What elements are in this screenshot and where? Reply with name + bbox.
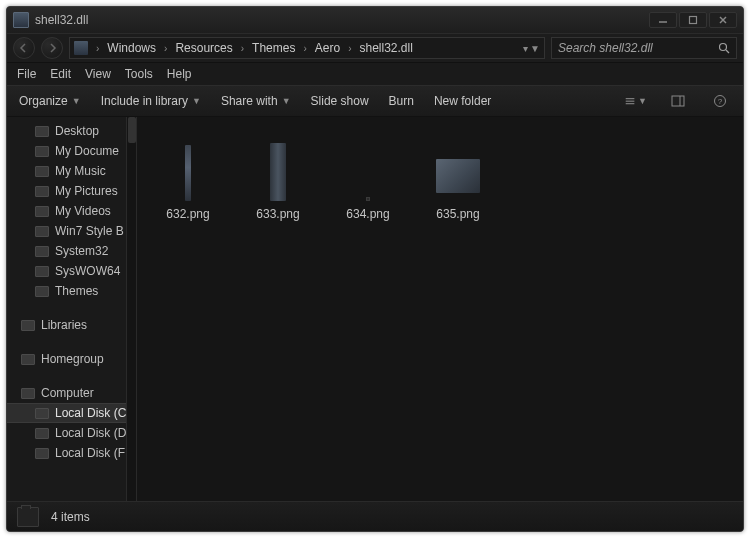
svg-rect-7 bbox=[626, 101, 635, 102]
breadcrumb-segment[interactable]: Resources bbox=[173, 41, 234, 55]
app-icon bbox=[13, 12, 29, 28]
breadcrumb[interactable]: › Windows › Resources › Themes › Aero › … bbox=[69, 37, 545, 59]
chevron-right-icon[interactable]: › bbox=[160, 43, 171, 54]
change-view-button[interactable]: ▼ bbox=[625, 92, 647, 110]
burn-label: Burn bbox=[389, 94, 414, 108]
sidebar-item-documents[interactable]: My Docume bbox=[7, 141, 126, 161]
file-name: 634.png bbox=[346, 207, 389, 221]
svg-rect-9 bbox=[672, 96, 684, 106]
favorites-group: Desktop My Docume My Music My Pictures M… bbox=[7, 117, 126, 301]
item-count: 4 items bbox=[51, 510, 90, 524]
menu-edit[interactable]: Edit bbox=[50, 67, 71, 81]
svg-rect-8 bbox=[626, 103, 635, 104]
help-button[interactable]: ? bbox=[709, 92, 731, 110]
menu-tools[interactable]: Tools bbox=[125, 67, 153, 81]
sidebar-item-computer[interactable]: Computer bbox=[7, 383, 126, 403]
file-item[interactable]: 632.png bbox=[143, 127, 233, 221]
sidebar-item-local-disk-f[interactable]: Local Disk (F bbox=[7, 443, 126, 463]
breadcrumb-segment[interactable]: Themes bbox=[250, 41, 297, 55]
sidebar-item-local-disk-d[interactable]: Local Disk (D bbox=[7, 423, 126, 443]
svg-text:?: ? bbox=[718, 97, 723, 106]
folder-icon bbox=[35, 206, 49, 217]
body: Desktop My Docume My Music My Pictures M… bbox=[7, 117, 743, 501]
sidebar-item-label: Homegroup bbox=[41, 352, 104, 366]
sidebar-item-syswow64[interactable]: SysWOW64 bbox=[7, 261, 126, 281]
organize-label: Organize bbox=[19, 94, 68, 108]
share-button[interactable]: Share with▼ bbox=[221, 94, 291, 108]
sidebar-item-local-disk-c[interactable]: Local Disk (C bbox=[7, 403, 126, 423]
file-item[interactable]: 634.png bbox=[323, 127, 413, 221]
svg-point-4 bbox=[720, 44, 727, 51]
sidebar-item-label: Computer bbox=[41, 386, 94, 400]
folder-icon bbox=[35, 186, 49, 197]
chevron-down-icon: ▼ bbox=[192, 96, 201, 106]
search-input[interactable]: Search shell32.dll bbox=[551, 37, 737, 59]
sidebar-item-music[interactable]: My Music bbox=[7, 161, 126, 181]
breadcrumb-segment[interactable]: shell32.dll bbox=[357, 41, 414, 55]
sidebar-item-label: My Docume bbox=[55, 144, 119, 158]
sidebar-item-label: My Pictures bbox=[55, 184, 118, 198]
file-thumbnail bbox=[185, 131, 191, 201]
folder-icon bbox=[35, 286, 49, 297]
menu-help[interactable]: Help bbox=[167, 67, 192, 81]
close-button[interactable] bbox=[709, 12, 737, 28]
folder-icon bbox=[35, 146, 49, 157]
sidebar-item-label: System32 bbox=[55, 244, 108, 258]
chevron-right-icon[interactable]: › bbox=[92, 43, 103, 54]
sidebar-item-label: Win7 Style B bbox=[55, 224, 124, 238]
file-item[interactable]: 633.png bbox=[233, 127, 323, 221]
folder-icon bbox=[35, 126, 49, 137]
file-name: 632.png bbox=[166, 207, 209, 221]
titlebar[interactable]: shell32.dll bbox=[7, 7, 743, 33]
folder-icon bbox=[35, 226, 49, 237]
homegroup-icon bbox=[21, 354, 35, 365]
include-button[interactable]: Include in library▼ bbox=[101, 94, 201, 108]
sidebar-scrollbar[interactable] bbox=[126, 117, 136, 501]
maximize-button[interactable] bbox=[679, 12, 707, 28]
menu-view[interactable]: View bbox=[85, 67, 111, 81]
file-item[interactable]: 635.png bbox=[413, 127, 503, 221]
slideshow-button[interactable]: Slide show bbox=[311, 94, 369, 108]
forward-button[interactable] bbox=[41, 37, 63, 59]
sidebar-item-pictures[interactable]: My Pictures bbox=[7, 181, 126, 201]
window-title: shell32.dll bbox=[35, 13, 88, 27]
sidebar-item-homegroup[interactable]: Homegroup bbox=[7, 349, 126, 369]
computer-icon bbox=[21, 388, 35, 399]
sidebar-item-label: Local Disk (D bbox=[55, 426, 126, 440]
sidebar-item-win7style[interactable]: Win7 Style B bbox=[7, 221, 126, 241]
breadcrumb-segment[interactable]: Windows bbox=[105, 41, 158, 55]
search-placeholder: Search shell32.dll bbox=[558, 41, 653, 55]
newfolder-button[interactable]: New folder bbox=[434, 94, 491, 108]
newfolder-label: New folder bbox=[434, 94, 491, 108]
status-bar: 4 items bbox=[7, 501, 743, 531]
sidebar-item-libraries[interactable]: Libraries bbox=[7, 315, 126, 335]
svg-line-5 bbox=[726, 50, 729, 53]
svg-rect-6 bbox=[626, 98, 635, 99]
sidebar-item-desktop[interactable]: Desktop bbox=[7, 121, 126, 141]
file-area[interactable]: 632.png 633.png 634.png 635.png bbox=[137, 117, 743, 501]
sidebar-item-themes[interactable]: Themes bbox=[7, 281, 126, 301]
back-button[interactable] bbox=[13, 37, 35, 59]
chevron-right-icon[interactable]: › bbox=[299, 43, 310, 54]
file-name: 633.png bbox=[256, 207, 299, 221]
folder-icon bbox=[35, 266, 49, 277]
chevron-right-icon[interactable]: › bbox=[237, 43, 248, 54]
nav-row: › Windows › Resources › Themes › Aero › … bbox=[7, 33, 743, 63]
menu-file[interactable]: File bbox=[17, 67, 36, 81]
sidebar-item-label: My Music bbox=[55, 164, 106, 178]
disk-icon bbox=[35, 408, 49, 419]
sidebar-item-label: Libraries bbox=[41, 318, 87, 332]
minimize-button[interactable] bbox=[649, 12, 677, 28]
include-label: Include in library bbox=[101, 94, 188, 108]
breadcrumb-dropdown[interactable]: ▾▼ bbox=[523, 43, 540, 54]
breadcrumb-segment[interactable]: Aero bbox=[313, 41, 342, 55]
toolbar: Organize▼ Include in library▼ Share with… bbox=[7, 85, 743, 117]
sidebar-item-system32[interactable]: System32 bbox=[7, 241, 126, 261]
chevron-right-icon[interactable]: › bbox=[344, 43, 355, 54]
scrollbar-thumb[interactable] bbox=[128, 117, 136, 143]
burn-button[interactable]: Burn bbox=[389, 94, 414, 108]
organize-button[interactable]: Organize▼ bbox=[19, 94, 81, 108]
search-icon bbox=[718, 42, 730, 54]
preview-pane-button[interactable] bbox=[667, 92, 689, 110]
sidebar-item-videos[interactable]: My Videos bbox=[7, 201, 126, 221]
